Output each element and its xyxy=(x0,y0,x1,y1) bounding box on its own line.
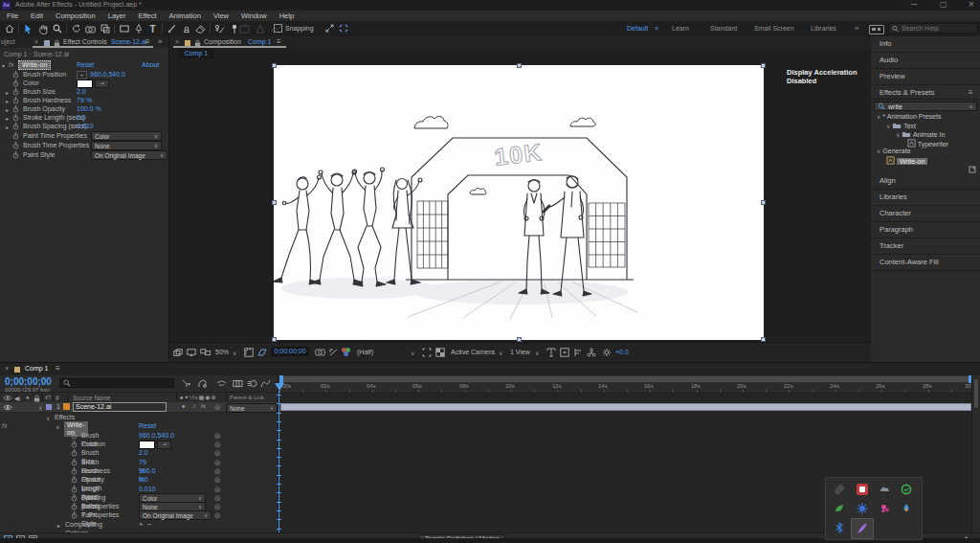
tree-item-animation-presets[interactable]: ∨ * Animation Presets xyxy=(877,113,941,120)
pickwhip-icon[interactable]: ◎ xyxy=(214,466,220,475)
layer-name[interactable]: Scene-12.ai xyxy=(73,402,167,412)
remove-icon[interactable]: − xyxy=(147,520,152,529)
brush-time-dropdown[interactable]: None∨ xyxy=(91,141,162,150)
panel-audio[interactable]: Audio xyxy=(871,53,980,69)
menu-edit[interactable]: Edit xyxy=(31,11,43,20)
property-value[interactable]: 2.0 xyxy=(77,87,86,96)
tab-close-icon[interactable]: × xyxy=(34,38,38,45)
panel-preview[interactable]: Preview xyxy=(871,69,980,85)
maximize-button[interactable]: ▢ xyxy=(940,0,947,9)
home-tool-icon[interactable] xyxy=(2,22,16,35)
show-channels-icon[interactable] xyxy=(342,348,351,357)
chevron-down-icon[interactable]: ∨ xyxy=(499,350,502,356)
eraser-tool-icon[interactable] xyxy=(193,22,208,35)
property-value[interactable]: 100.0 % xyxy=(77,104,101,113)
workspace-libraries[interactable]: Libraries xyxy=(811,25,836,32)
stopwatch-icon[interactable] xyxy=(71,511,78,519)
property-value[interactable]: 0.0 xyxy=(139,475,148,484)
tray-icon-pen-selected[interactable] xyxy=(851,518,874,539)
resolution-dropdown[interactable]: (Half) xyxy=(357,349,373,355)
snapping-checkbox[interactable] xyxy=(274,24,282,33)
roto-brush-tool-icon[interactable] xyxy=(212,22,227,35)
stopwatch-icon[interactable] xyxy=(12,71,19,79)
frame-blend-icon[interactable] xyxy=(233,379,243,388)
effect-about-button[interactable]: About xyxy=(142,61,159,68)
collapse-switch-icon[interactable]: / xyxy=(193,403,195,409)
tab-effect-controls-label[interactable]: Effect Controls xyxy=(63,38,107,45)
motion-blur-icon[interactable] xyxy=(247,379,257,388)
stopwatch-icon[interactable] xyxy=(12,151,19,159)
source-name-column[interactable]: Source Name xyxy=(73,395,111,401)
snapping-control[interactable]: Snapping xyxy=(274,24,314,33)
pickwhip-icon[interactable]: ◎ xyxy=(214,440,220,448)
pickwhip-icon[interactable]: ◎ xyxy=(214,458,220,466)
property-value[interactable]: 79 % xyxy=(77,96,92,104)
workspace-overflow-icon[interactable]: » xyxy=(855,24,858,33)
paint-time-dropdown[interactable]: Color∨ xyxy=(91,131,162,141)
composition-canvas[interactable]: 10K xyxy=(274,65,764,340)
tray-icon-graphics[interactable] xyxy=(834,484,845,495)
timeline-search-input[interactable] xyxy=(74,380,169,387)
brush-tool-icon[interactable] xyxy=(165,22,179,35)
clear-search-icon[interactable]: × xyxy=(969,102,973,111)
graph-editor-icon[interactable] xyxy=(260,379,271,388)
resolution-toggle-icon[interactable] xyxy=(339,24,348,33)
paint-style-dropdown[interactable]: On Original Image∨ xyxy=(139,510,212,520)
property-value[interactable]: 0.0 xyxy=(77,113,86,122)
layers-overlap-icon[interactable] xyxy=(173,349,183,356)
tree-item-typewriter-preset[interactable]: Typewriter xyxy=(907,139,948,147)
chevron-down-icon[interactable]: ∨ xyxy=(233,350,236,356)
twirl-down-icon[interactable]: ▾ xyxy=(2,62,5,69)
pickwhip-icon[interactable]: ◎ xyxy=(214,475,220,484)
flowchart-button-icon[interactable] xyxy=(587,348,596,357)
eyedropper-icon[interactable]: ⊸ xyxy=(157,441,171,449)
exposure-gear-icon[interactable] xyxy=(602,348,612,357)
pickwhip-icon[interactable]: ◎ xyxy=(214,448,220,457)
camera-tool-icon[interactable] xyxy=(83,22,98,35)
stopwatch-icon[interactable] xyxy=(71,441,78,448)
panel-paragraph[interactable]: Paragraph xyxy=(871,222,980,238)
pickwhip-icon[interactable]: ◎ xyxy=(214,485,220,493)
eye-icon[interactable] xyxy=(3,404,12,411)
paint-style-dropdown[interactable]: On Original Image∨ xyxy=(91,150,167,160)
menu-window[interactable]: Window xyxy=(241,11,267,20)
panel-info[interactable]: Info xyxy=(871,36,980,53)
tab-project-partial[interactable]: oject xyxy=(1,38,15,45)
menu-effect[interactable]: Effect xyxy=(138,11,156,20)
tray-icon-onedrive[interactable] xyxy=(880,484,891,495)
timeline-search-field[interactable] xyxy=(59,378,174,388)
mask-visibility-icon[interactable] xyxy=(257,349,267,356)
timeline-button-icon[interactable] xyxy=(573,348,583,357)
property-value[interactable]: 960.0,540.0 xyxy=(139,431,174,440)
tray-icon-flame[interactable] xyxy=(901,503,912,514)
monitor-icon[interactable] xyxy=(187,349,196,356)
pickwhip-icon[interactable]: ◎ xyxy=(214,431,220,440)
layer-label-color[interactable] xyxy=(46,404,52,410)
stopwatch-icon[interactable] xyxy=(71,486,78,493)
close-button[interactable]: × xyxy=(969,0,974,10)
effect-name-selected[interactable]: Write-on xyxy=(18,60,51,70)
workspace-standard[interactable]: Standard xyxy=(710,25,737,32)
search-help-field[interactable] xyxy=(888,23,978,34)
panel-tracker[interactable]: Tracker xyxy=(871,238,980,255)
timeline-scrollbar[interactable] xyxy=(974,379,978,408)
fast-previews-icon[interactable] xyxy=(560,348,569,357)
stopwatch-icon[interactable] xyxy=(71,459,78,466)
chevron-down-icon[interactable]: ∨ xyxy=(411,350,414,356)
panel-menu-icon[interactable]: ≡ xyxy=(277,37,281,46)
view-layout-dropdown[interactable]: 1 View xyxy=(510,349,530,355)
viewer-timecode[interactable]: 0;00;00;00 xyxy=(271,347,309,356)
tab-composition-doc[interactable]: Comp 1 xyxy=(248,38,272,45)
panel-content-aware-fill[interactable]: Content-Aware Fill xyxy=(871,255,980,271)
shape-tool-icon[interactable] xyxy=(117,22,131,35)
layer-row-scene12[interactable]: ∨ 1 Scene-12.ai ♠ / fx ◎ None∨ xyxy=(0,402,278,413)
workspace-default[interactable]: Default xyxy=(627,25,648,32)
tray-icon-settings-blue[interactable] xyxy=(857,503,868,514)
ruler-grid-icon[interactable] xyxy=(244,348,254,357)
time-ruler[interactable]: :00s 02s 04s 06s 08s 10s 12s 14s 16s 18s… xyxy=(278,383,980,394)
parent-dropdown[interactable]: None∨ xyxy=(226,403,278,413)
menu-layer[interactable]: Layer xyxy=(108,11,126,20)
property-value[interactable]: 0.010 xyxy=(77,122,94,130)
stopwatch-icon[interactable] xyxy=(71,503,78,510)
clone-stamp-tool-icon[interactable] xyxy=(179,22,193,35)
